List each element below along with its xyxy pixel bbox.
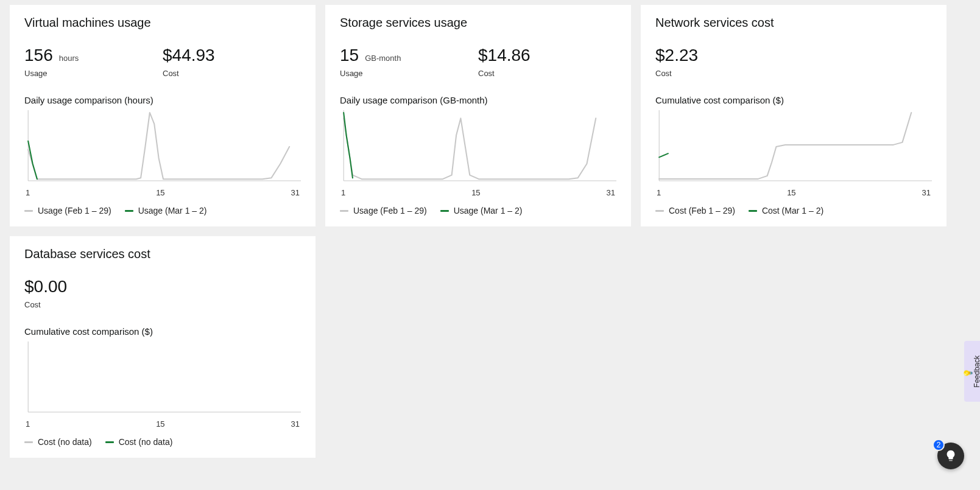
- card-network-services-cost: Network services cost $2.23 Cost Cumulat…: [641, 5, 947, 226]
- legend-prev-label: Usage (Feb 1 – 29): [353, 206, 427, 215]
- card-title: Database services cost: [24, 247, 301, 261]
- metrics-row: $0.00 Cost: [24, 277, 301, 309]
- tick-start: 1: [26, 419, 30, 429]
- metric-cost: $2.23 Cost: [655, 46, 932, 78]
- legend-cur-label: Cost (Mar 1 – 2): [762, 206, 823, 215]
- chart-title: Daily usage comparison (hours): [24, 95, 301, 105]
- tick-start: 1: [341, 188, 345, 197]
- metric-value: 156: [24, 46, 53, 65]
- chart[interactable]: [24, 341, 301, 415]
- metric-cost: $44.93 Cost: [163, 46, 301, 78]
- tick-end: 31: [291, 419, 300, 429]
- legend: Cost (Feb 1 – 29) Cost (Mar 1 – 2): [655, 206, 932, 215]
- swatch-prev-icon: [655, 210, 664, 212]
- axis-ticks: 1 15 31: [340, 188, 616, 197]
- metric-label: Usage: [24, 69, 163, 78]
- metric-label: Cost: [478, 69, 616, 78]
- legend-prev-label: Usage (Feb 1 – 29): [38, 206, 111, 215]
- metric-unit: hours: [59, 54, 79, 63]
- axis-ticks: 1 15 31: [655, 188, 932, 197]
- legend-prev[interactable]: Usage (Feb 1 – 29): [24, 206, 111, 215]
- swatch-prev-icon: [24, 441, 33, 443]
- metric-unit: GB-month: [365, 54, 401, 63]
- assistant-badge: 2: [932, 439, 945, 451]
- metric-label: Cost: [163, 69, 301, 78]
- legend-prev[interactable]: Cost (Feb 1 – 29): [655, 206, 735, 215]
- legend: Usage (Feb 1 – 29) Usage (Mar 1 – 2): [24, 206, 301, 215]
- metric-label: Usage: [340, 69, 478, 78]
- lightbulb-icon: 💡: [964, 368, 973, 377]
- metrics-row: 15 GB-month Usage $14.86 Cost: [340, 46, 616, 78]
- legend-prev[interactable]: Usage (Feb 1 – 29): [340, 206, 427, 215]
- metric-cost: $0.00 Cost: [24, 277, 301, 309]
- tick-end: 31: [291, 188, 300, 197]
- chart[interactable]: [24, 110, 301, 183]
- tick-mid: 15: [156, 419, 164, 429]
- metric-value: 15: [340, 46, 359, 65]
- legend-cur-label: Usage (Mar 1 – 2): [454, 206, 523, 215]
- metric-value: $14.86: [478, 46, 531, 65]
- feedback-tab[interactable]: 💡 Feedback: [964, 341, 980, 402]
- legend-prev-label: Cost (Feb 1 – 29): [669, 206, 735, 215]
- metric-usage: 156 hours Usage: [24, 46, 163, 78]
- legend-prev[interactable]: Cost (no data): [24, 437, 92, 447]
- tick-mid: 15: [787, 188, 795, 197]
- tick-end: 31: [922, 188, 931, 197]
- axis-ticks: 1 15 31: [24, 188, 301, 197]
- card-storage-services-usage: Storage services usage 15 GB-month Usage…: [325, 5, 631, 226]
- legend-prev-label: Cost (no data): [38, 437, 92, 447]
- tick-mid: 15: [471, 188, 480, 197]
- swatch-cur-icon: [125, 210, 133, 212]
- card-title: Network services cost: [655, 16, 932, 30]
- swatch-prev-icon: [340, 210, 348, 212]
- tick-start: 1: [657, 188, 661, 197]
- legend-cur[interactable]: Cost (no data): [105, 437, 173, 447]
- metric-label: Cost: [655, 69, 932, 78]
- swatch-cur-icon: [749, 210, 757, 212]
- legend-cur-label: Cost (no data): [119, 437, 173, 447]
- axis-ticks: 1 15 31: [24, 419, 301, 429]
- feedback-label: Feedback: [973, 355, 980, 388]
- card-title: Virtual machines usage: [24, 16, 301, 30]
- chart-title: Cumulative cost comparison ($): [24, 326, 301, 337]
- lightbulb-icon: [944, 449, 957, 463]
- legend: Usage (Feb 1 – 29) Usage (Mar 1 – 2): [340, 206, 616, 215]
- metric-usage: 15 GB-month Usage: [340, 46, 478, 78]
- metric-value: $0.00: [24, 277, 67, 296]
- legend-cur[interactable]: Usage (Mar 1 – 2): [125, 206, 207, 215]
- chart-title: Cumulative cost comparison ($): [655, 95, 932, 105]
- legend-cur-label: Usage (Mar 1 – 2): [138, 206, 207, 215]
- legend-cur[interactable]: Cost (Mar 1 – 2): [749, 206, 823, 215]
- swatch-cur-icon: [105, 441, 114, 443]
- metrics-row: 156 hours Usage $44.93 Cost: [24, 46, 301, 78]
- legend-cur[interactable]: Usage (Mar 1 – 2): [440, 206, 523, 215]
- metric-label: Cost: [24, 300, 301, 309]
- tick-end: 31: [607, 188, 615, 197]
- legend: Cost (no data) Cost (no data): [24, 437, 301, 447]
- card-virtual-machines-usage: Virtual machines usage 156 hours Usage $…: [10, 5, 316, 226]
- metric-value: $2.23: [655, 46, 698, 65]
- card-title: Storage services usage: [340, 16, 616, 30]
- metrics-row: $2.23 Cost: [655, 46, 932, 78]
- swatch-prev-icon: [24, 210, 33, 212]
- metric-value: $44.93: [163, 46, 215, 65]
- dashboard-grid: Virtual machines usage 156 hours Usage $…: [10, 5, 970, 458]
- chart-title: Daily usage comparison (GB-month): [340, 95, 616, 105]
- tick-start: 1: [26, 188, 30, 197]
- card-database-services-cost: Database services cost $0.00 Cost Cumula…: [10, 236, 316, 458]
- chart[interactable]: [340, 110, 616, 183]
- tick-mid: 15: [156, 188, 164, 197]
- chart[interactable]: [655, 110, 932, 183]
- swatch-cur-icon: [440, 210, 449, 212]
- metric-cost: $14.86 Cost: [478, 46, 616, 78]
